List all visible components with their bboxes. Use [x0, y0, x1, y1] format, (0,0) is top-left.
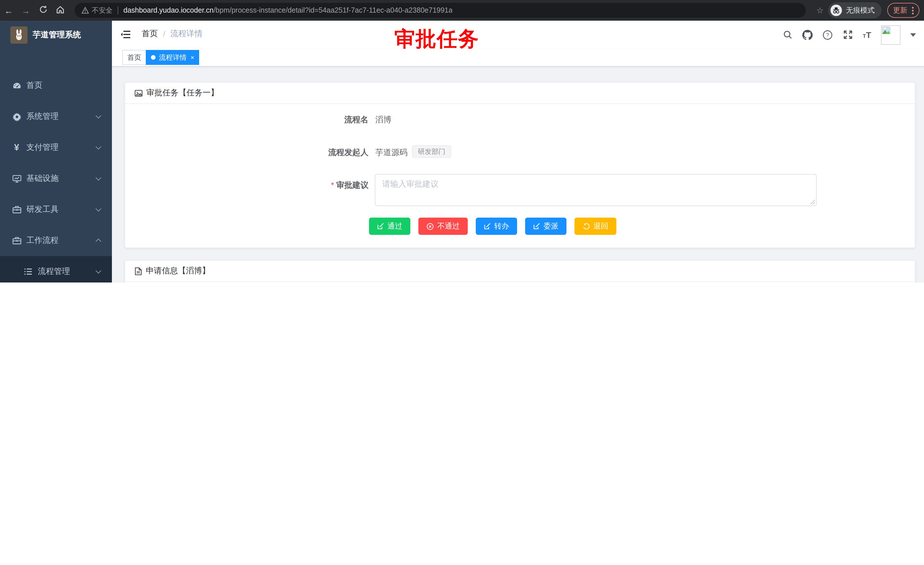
browser-toolbar: ← → 不安全 dashboard.yudao.iocoder.cn /bpm/… — [0, 0, 924, 21]
forward-icon[interactable]: → — [17, 6, 34, 15]
monitor-icon — [12, 173, 22, 184]
incognito-badge: 无痕模式 — [828, 2, 882, 18]
chevron-down-icon — [96, 206, 101, 212]
sidebar: 芋道管理系统 首页 系统管理 ¥ 支付管理 基础设施 — [0, 21, 112, 282]
delegate-button[interactable]: 委派 — [525, 218, 567, 235]
briefcase-icon — [12, 236, 22, 246]
breadcrumb-home[interactable]: 首页 — [142, 29, 158, 39]
chevron-down-icon — [96, 144, 101, 150]
chevron-down-icon — [96, 175, 101, 180]
tag-home[interactable]: 首页 — [122, 50, 146, 65]
chevron-down-icon — [96, 268, 101, 273]
button-label: 不通过 — [437, 221, 460, 231]
picture-icon — [134, 89, 143, 97]
refresh-left-icon — [582, 222, 590, 230]
button-label: 委派 — [543, 221, 558, 231]
return-button[interactable]: 退回 — [574, 218, 616, 235]
breadcrumb-separator: / — [163, 29, 165, 39]
sidebar-item-label: 工作流程 — [26, 236, 58, 246]
dashboard-icon — [12, 80, 22, 91]
breadcrumb-current: 流程详情 — [171, 29, 202, 39]
button-label: 转办 — [494, 221, 509, 231]
sidebar-item-devtools[interactable]: 研发工具 — [0, 194, 112, 225]
avatar[interactable] — [881, 25, 900, 45]
fullscreen-icon[interactable] — [843, 30, 853, 40]
approval-task-card: 审批任务【任务一】 流程名 滔博 流程发起人 芋道源码 研发部门 审批建议 通过… — [124, 82, 915, 248]
dept-tag: 研发部门 — [412, 145, 451, 158]
tag-process-detail[interactable]: 流程详情 × — [146, 50, 200, 65]
sidebar-item-label: 研发工具 — [26, 204, 58, 215]
search-icon[interactable] — [783, 30, 793, 40]
incognito-label: 无痕模式 — [846, 6, 874, 15]
broken-image-icon — [882, 26, 891, 34]
process-name-label: 流程名 — [288, 115, 369, 125]
sidebar-item-label: 系统管理 — [26, 111, 58, 122]
flow-list-icon — [23, 266, 33, 277]
button-label: 通过 — [387, 221, 402, 231]
edit-icon — [377, 223, 384, 230]
browser-menu-icon[interactable] — [912, 7, 914, 14]
application-info-card: 申请信息【滔博】 单行文本 多选框组 选项一 选项二 — [124, 260, 915, 282]
button-label: 退回 — [593, 221, 608, 231]
warning-icon — [81, 7, 89, 14]
card-header: 申请信息【滔博】 — [125, 261, 915, 282]
transfer-button[interactable]: 转办 — [476, 218, 517, 235]
svg-text:?: ? — [826, 32, 829, 38]
gear-icon — [12, 111, 22, 122]
sidebar-item-payment[interactable]: ¥ 支付管理 — [0, 132, 112, 163]
card-title: 申请信息【滔博】 — [146, 266, 210, 276]
breadcrumb: 首页 / 流程详情 — [142, 29, 202, 39]
sidebar-item-workflow[interactable]: 工作流程 — [0, 225, 112, 256]
tag-label: 首页 — [128, 53, 141, 62]
edit-icon — [484, 223, 491, 230]
initiator-value: 芋道源码 — [375, 147, 408, 158]
avatar-caret-icon[interactable] — [910, 33, 916, 36]
active-dot — [151, 55, 156, 60]
sidebar-item-system[interactable]: 系统管理 — [0, 101, 112, 132]
url-bar[interactable]: 不安全 dashboard.yudao.iocoder.cn /bpm/proc… — [75, 3, 806, 18]
edit-icon — [533, 223, 540, 230]
process-name-value: 滔博 — [375, 115, 392, 125]
document-icon — [134, 267, 142, 275]
divider — [118, 6, 118, 14]
sidebar-logo[interactable]: 芋道管理系统 — [0, 21, 112, 50]
tag-label: 流程详情 — [159, 53, 186, 62]
suggestion-label: 审批建议 — [288, 180, 369, 191]
logo-image — [10, 26, 27, 44]
circle-close-icon — [426, 222, 434, 230]
font-size-icon[interactable]: TT — [863, 30, 871, 39]
url-path: /bpm/process-instance/detail?id=54aa251f… — [213, 6, 453, 14]
approval-actions: 通过 不通过 转办 委派 退回 — [369, 218, 616, 235]
navbar-actions: ? TT — [783, 21, 916, 49]
back-icon[interactable]: ← — [0, 6, 17, 15]
collapse-sidebar-icon[interactable] — [119, 27, 133, 41]
sidebar-item-process-mgmt[interactable]: 流程管理 — [0, 256, 112, 282]
help-icon[interactable]: ? — [823, 30, 833, 40]
yen-icon: ¥ — [12, 143, 22, 153]
sidebar-item-label: 首页 — [26, 80, 42, 91]
tags-view-bar: 首页 流程详情 × — [112, 49, 924, 67]
toolbox-icon — [12, 204, 22, 215]
github-icon[interactable] — [802, 30, 813, 40]
sidebar-item-label: 基础设施 — [26, 173, 58, 184]
suggestion-textarea[interactable] — [375, 174, 817, 206]
chevron-down-icon — [96, 113, 101, 119]
sidebar-item-home[interactable]: 首页 — [0, 70, 112, 101]
sidebar-item-label: 流程管理 — [38, 266, 70, 277]
initiator-label: 流程发起人 — [288, 147, 369, 158]
close-icon[interactable]: × — [190, 54, 194, 60]
top-navbar: 首页 / 流程详情 审批任务 ? TT — [112, 21, 924, 49]
reload-icon[interactable] — [34, 5, 52, 15]
security-indicator[interactable]: 不安全 — [81, 6, 112, 15]
app-title: 芋道管理系统 — [33, 30, 81, 40]
approve-button[interactable]: 通过 — [369, 218, 410, 235]
update-button[interactable]: 更新 — [887, 3, 920, 18]
url-host: dashboard.yudao.iocoder.cn — [123, 6, 213, 14]
app-window: ← → 不安全 dashboard.yudao.iocoder.cn /bpm/… — [0, 0, 924, 282]
card-title: 审批任务【任务一】 — [146, 88, 219, 98]
bookmark-star-icon[interactable]: ☆ — [816, 6, 824, 15]
home-icon[interactable] — [52, 5, 69, 16]
card-header: 审批任务【任务一】 — [125, 83, 915, 104]
sidebar-item-infra[interactable]: 基础设施 — [0, 163, 112, 194]
reject-button[interactable]: 不通过 — [418, 218, 468, 235]
